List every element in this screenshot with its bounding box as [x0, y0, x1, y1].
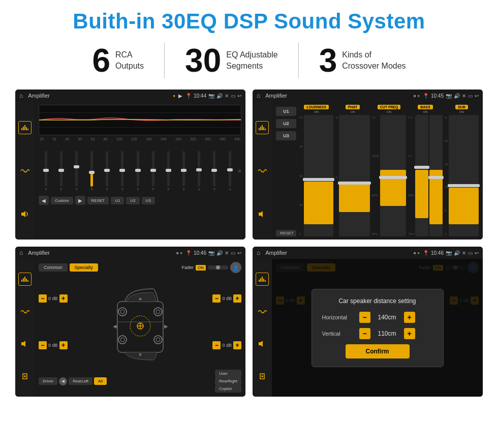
- minus-btn-2[interactable]: −: [39, 341, 47, 349]
- minus-btn-3[interactable]: −: [212, 294, 221, 303]
- svg-point-30: [118, 336, 127, 344]
- user-btn[interactable]: User: [215, 370, 241, 377]
- car-svg: ▲ ▼ ◀ ▶: [107, 281, 173, 363]
- fader-control: Fader ON: [181, 265, 228, 271]
- wave-icon-3[interactable]: [18, 305, 32, 318]
- eq-icon-4[interactable]: [256, 273, 269, 286]
- camera-icon-4: 📷: [446, 250, 452, 256]
- custom-btn[interactable]: Custom: [51, 197, 73, 204]
- play-btn[interactable]: ▶: [75, 196, 85, 205]
- fader-on-btn[interactable]: ON: [196, 265, 206, 271]
- common-tab[interactable]: Common: [39, 263, 68, 272]
- horizontal-value: 140cm: [375, 314, 400, 321]
- specialty-tab[interactable]: Specialty: [70, 263, 99, 272]
- feature-crossover-desc: Kinds of Crossover Modes: [342, 49, 406, 72]
- svg-point-33: [156, 338, 160, 342]
- preset-u3[interactable]: U3: [276, 131, 296, 140]
- db-ctrl-2: − 0 dB +: [39, 341, 68, 349]
- fader-slider[interactable]: [208, 265, 228, 270]
- confirm-button[interactable]: Confirm: [346, 344, 410, 359]
- reset-btn[interactable]: RESET: [87, 197, 109, 204]
- screen1-dot: ●: [173, 94, 175, 98]
- rear-left-group: ◀: [59, 377, 67, 385]
- vol-sidebar-icon-4[interactable]: [256, 337, 269, 350]
- rear-left-btn[interactable]: RearLeft: [69, 377, 92, 385]
- u1-btn[interactable]: U1: [111, 197, 124, 204]
- vol-sidebar-icon-2[interactable]: [256, 207, 269, 221]
- vertical-plus-btn[interactable]: +: [404, 328, 415, 339]
- volume-icon-3: 🔊: [216, 250, 223, 256]
- eq-icon-3[interactable]: [18, 273, 32, 286]
- svg-text:▲: ▲: [138, 295, 143, 301]
- right-db-controls: − 0 dB + − 0 dB +: [212, 276, 241, 368]
- wave-icon[interactable]: [18, 164, 32, 177]
- slider-col: 0: [161, 151, 175, 191]
- screenshots-grid: ⌂ Amplifier ● ▶ 📍 10:44 📷 🔊 ✕ ▭ ↩: [15, 89, 483, 397]
- plus-btn-3[interactable]: +: [233, 294, 241, 303]
- eq-graph: [39, 105, 241, 135]
- horizontal-minus-btn[interactable]: −: [359, 312, 370, 323]
- vertical-row: Vertical − 110cm +: [322, 328, 433, 339]
- slider-col: 0: [115, 151, 130, 191]
- horizontal-plus-btn[interactable]: +: [404, 312, 415, 323]
- driver-btn[interactable]: Driver: [39, 377, 57, 385]
- screen3-title: Amplifier: [28, 250, 50, 256]
- prev-btn[interactable]: ◀: [39, 196, 49, 205]
- cutfreq-on[interactable]: CUT FREQ: [378, 105, 401, 109]
- preset-u1[interactable]: U1: [276, 107, 296, 116]
- back-icon: ↩: [237, 93, 241, 99]
- svg-point-28: [154, 308, 162, 316]
- feature-rca: 6 RCA Outputs: [72, 44, 164, 77]
- volume-sidebar-icon[interactable]: [18, 207, 32, 221]
- plus-btn-4[interactable]: +: [233, 341, 241, 349]
- db-val-1: 0 dB: [48, 296, 58, 301]
- reset-btn-2[interactable]: RESET: [276, 230, 296, 236]
- slider-col: 0: [177, 151, 191, 191]
- freq-25: 25: [40, 137, 44, 141]
- expand-icon-3[interactable]: [18, 370, 32, 383]
- close-icon: ✕: [225, 93, 229, 99]
- rear-right-btn[interactable]: RearRight: [215, 377, 241, 385]
- wave-icon-4[interactable]: [256, 305, 269, 318]
- expand-icon-4[interactable]: [256, 370, 269, 383]
- window-icon-2: ▭: [468, 93, 473, 99]
- loudness-on[interactable]: LOUDNESS: [304, 105, 329, 109]
- camera-icon: 📷: [208, 93, 214, 99]
- freq-80: 80: [104, 137, 108, 141]
- screen1-sidebar: [15, 102, 35, 240]
- plus-btn-1[interactable]: +: [59, 294, 68, 303]
- all-btn[interactable]: All: [94, 377, 107, 385]
- sub-on[interactable]: SUB: [455, 105, 468, 109]
- plus-btn-2[interactable]: +: [59, 341, 68, 349]
- eq-icon[interactable]: [18, 121, 32, 134]
- vertical-minus-btn[interactable]: −: [359, 328, 370, 339]
- vol-sidebar-icon-3[interactable]: [18, 337, 32, 350]
- person-icon[interactable]: 👤: [230, 262, 241, 273]
- eq-icon-2[interactable]: [256, 121, 269, 134]
- home-icon[interactable]: ⌂: [19, 92, 23, 99]
- preset-u2[interactable]: U2: [276, 119, 296, 128]
- home-icon-2[interactable]: ⌂: [257, 92, 260, 99]
- expand-icon[interactable]: »: [238, 167, 241, 174]
- home-icon-3[interactable]: ⌂: [19, 249, 23, 256]
- u2-btn[interactable]: U2: [126, 197, 139, 204]
- screen1-content: 25 32 40 50 63 80 100 125 160 200 250 32…: [15, 102, 245, 240]
- u3-btn[interactable]: U3: [142, 197, 155, 204]
- window-icon-4: ▭: [468, 250, 473, 256]
- freq-100: 100: [116, 137, 122, 141]
- amp2-channels: LOUDNESS ON 644832160: [299, 105, 479, 236]
- freq-200: 200: [161, 137, 167, 141]
- home-icon-4[interactable]: ⌂: [257, 249, 260, 256]
- bass-on[interactable]: BASS: [418, 105, 432, 109]
- screen4-dots: ■ ●: [414, 251, 420, 255]
- freq-250: 250: [175, 137, 181, 141]
- wave-icon-2[interactable]: [256, 164, 269, 177]
- minus-btn-1[interactable]: −: [39, 294, 47, 303]
- eq-sliders-row: // will be rendered statically below 0 0…: [39, 143, 241, 194]
- svg-point-27: [120, 310, 124, 314]
- location-icon-4: 📍: [423, 250, 429, 256]
- minus-btn-4[interactable]: −: [212, 341, 221, 349]
- svg-point-31: [120, 338, 124, 342]
- copilot-btn[interactable]: Copilot: [215, 385, 241, 393]
- phat-on[interactable]: PHAT: [346, 105, 360, 109]
